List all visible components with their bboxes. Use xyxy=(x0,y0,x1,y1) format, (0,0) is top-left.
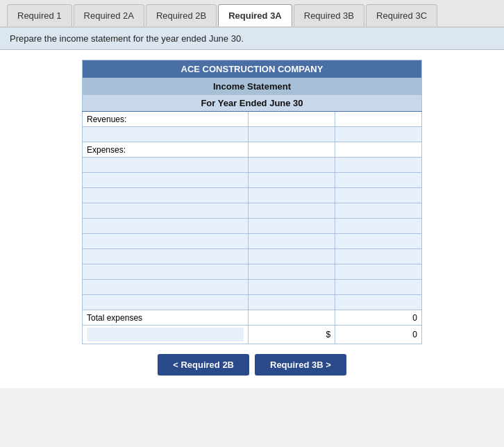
expenses-label-row: Expenses: xyxy=(83,142,422,158)
revenues-val-cell xyxy=(335,112,422,127)
expense-name-5[interactable] xyxy=(83,219,248,233)
expense-val-4[interactable] xyxy=(335,204,421,218)
total-expenses-row: Total expenses 0 xyxy=(83,310,422,326)
expense-row-2[interactable] xyxy=(83,173,422,188)
expense-val-2[interactable] xyxy=(335,174,421,187)
expense-name-9[interactable] xyxy=(83,280,248,294)
final-value-cell: 0 xyxy=(335,326,422,344)
revenues-label: Revenues: xyxy=(83,112,249,127)
expense-row-3[interactable] xyxy=(83,188,422,203)
table-period: For Year Ended June 30 xyxy=(83,95,422,112)
revenue-name-input[interactable] xyxy=(83,128,248,142)
expense-mid-4[interactable] xyxy=(249,204,335,218)
expense-val-6[interactable] xyxy=(335,235,421,248)
dollar-sign-cell: $ xyxy=(249,326,335,344)
total-expenses-label: Total expenses xyxy=(83,310,249,326)
expense-mid-9[interactable] xyxy=(249,280,335,294)
expense-name-3[interactable] xyxy=(83,189,248,203)
revenue-val-cell[interactable] xyxy=(335,127,422,142)
revenue-mid-input[interactable] xyxy=(249,128,335,142)
next-button[interactable]: Required 3B > xyxy=(255,354,346,376)
expense-row-1[interactable] xyxy=(83,158,422,173)
expense-row-4[interactable] xyxy=(83,203,422,219)
net-income-label-input[interactable] xyxy=(87,328,244,341)
revenues-label-row: Revenues: xyxy=(83,112,422,127)
nav-buttons: < Required 2B Required 3B > xyxy=(12,354,492,376)
expense-mid-8[interactable] xyxy=(249,265,335,279)
tab-req2a[interactable]: Required 2A xyxy=(74,4,144,26)
expense-val-9[interactable] xyxy=(335,280,421,294)
instruction-bar: Prepare the income statement for the yea… xyxy=(0,28,504,50)
tab-req1[interactable]: Required 1 xyxy=(7,4,72,26)
total-expenses-value: 0 xyxy=(335,310,422,326)
expense-name-1[interactable] xyxy=(83,158,248,172)
expense-mid-5[interactable] xyxy=(249,219,335,233)
main-content: ACE CONSTRUCTION COMPANY Income Statemen… xyxy=(0,50,504,388)
expenses-label: Expenses: xyxy=(83,142,249,158)
expense-name-4[interactable] xyxy=(83,204,248,218)
expense-val-8[interactable] xyxy=(335,265,421,279)
table-title-row: ACE CONSTRUCTION COMPANY xyxy=(83,60,422,78)
tab-req3a[interactable]: Required 3A xyxy=(218,4,292,26)
expense-row-9[interactable] xyxy=(83,280,422,295)
expense-val-3[interactable] xyxy=(335,189,421,203)
expense-mid-3[interactable] xyxy=(249,189,335,203)
expense-row-10[interactable] xyxy=(83,295,422,310)
expense-val-1[interactable] xyxy=(335,158,421,172)
expense-row-5[interactable] xyxy=(83,219,422,234)
revenue-mid-cell[interactable] xyxy=(249,127,335,142)
table-title: ACE CONSTRUCTION COMPANY xyxy=(83,60,422,78)
prev-button[interactable]: < Required 2B xyxy=(158,354,249,376)
revenue-name-cell[interactable] xyxy=(83,127,249,142)
expense-val-7[interactable] xyxy=(335,250,421,264)
table-subtitle-row: Income Statement xyxy=(83,78,422,95)
tab-req2b[interactable]: Required 2B xyxy=(146,4,217,26)
expense-name-10[interactable] xyxy=(83,296,248,310)
expense-val-10[interactable] xyxy=(335,296,421,310)
expense-val-5[interactable] xyxy=(335,219,421,233)
expense-mid-1[interactable] xyxy=(249,158,335,172)
expense-row-8[interactable] xyxy=(83,264,422,280)
tabs-bar: Required 1 Required 2A Required 2B Requi… xyxy=(0,0,504,28)
table-subtitle: Income Statement xyxy=(83,78,422,95)
expense-row-7[interactable] xyxy=(83,249,422,264)
table-period-row: For Year Ended June 30 xyxy=(83,95,422,112)
income-statement-table: ACE CONSTRUCTION COMPANY Income Statemen… xyxy=(82,60,422,344)
expense-name-2[interactable] xyxy=(83,174,248,187)
expense-name-7[interactable] xyxy=(83,250,248,264)
revenue-val-input[interactable] xyxy=(335,128,421,142)
revenues-mid-cell xyxy=(249,112,335,127)
tab-req3c[interactable]: Required 3C xyxy=(366,4,437,26)
net-income-row[interactable]: $ 0 xyxy=(83,326,422,344)
expense-mid-7[interactable] xyxy=(249,250,335,264)
expense-name-6[interactable] xyxy=(83,235,248,248)
expense-mid-10[interactable] xyxy=(249,296,335,310)
expense-mid-2[interactable] xyxy=(249,174,335,187)
tab-req3b[interactable]: Required 3B xyxy=(294,4,364,26)
expense-mid-6[interactable] xyxy=(249,235,335,248)
revenue-input-row[interactable] xyxy=(83,127,422,142)
expense-name-8[interactable] xyxy=(83,265,248,279)
expense-row-6[interactable] xyxy=(83,234,422,249)
